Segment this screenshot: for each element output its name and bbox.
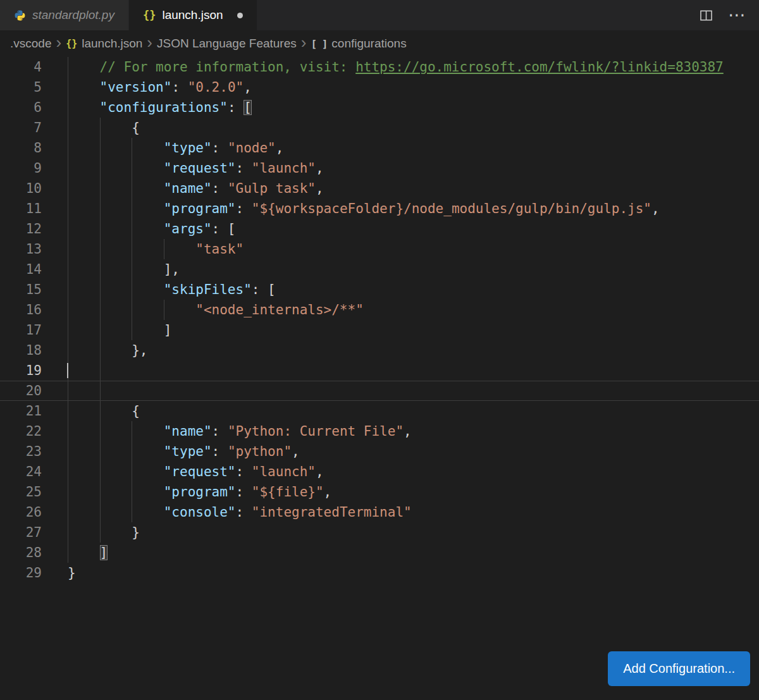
tab-standardplot-py[interactable]: standardplot.py [0, 0, 129, 30]
line-number[interactable]: 7 [0, 118, 42, 138]
indent-guide [132, 178, 132, 199]
code-line[interactable]: 22 "name": "Python: Current File", [0, 421, 759, 441]
breadcrumb-item-json-language-features[interactable]: JSON Language Features [157, 37, 297, 51]
code-token: , [651, 201, 660, 216]
code-token: "program" [164, 201, 236, 216]
indent-guide [68, 279, 68, 300]
code-line[interactable]: 8 "type": "node", [0, 138, 759, 158]
code-line[interactable]: 6 "configurations": [ [0, 97, 759, 118]
code-token: "type" [164, 140, 212, 156]
code-content [42, 381, 759, 401]
code-token: "integratedTerminal" [252, 505, 412, 520]
code-token: "request" [164, 464, 236, 479]
breadcrumb-item-label: launch.json [82, 37, 142, 51]
code-line[interactable]: 15 "skipFiles": [ [0, 279, 759, 300]
code-token: "request" [164, 161, 236, 176]
line-number[interactable]: 26 [0, 502, 42, 522]
code-line[interactable]: 10 "name": "Gulp task", [0, 178, 759, 199]
code-line[interactable]: 21 { [0, 401, 759, 421]
code-line[interactable]: 13 "task" [0, 239, 759, 259]
line-number[interactable]: 17 [0, 320, 42, 340]
line-number[interactable]: 14 [0, 259, 42, 279]
line-number[interactable]: 13 [0, 239, 42, 259]
code-line[interactable]: 7 { [0, 118, 759, 138]
indent-guide [68, 522, 68, 543]
line-number[interactable]: 23 [0, 441, 42, 462]
indent-whitespace [68, 100, 100, 115]
code-line[interactable]: 14 ], [0, 259, 759, 279]
code-token: , [404, 424, 412, 439]
indent-guide [132, 502, 132, 522]
code-content: // For more information, visit: https://… [42, 57, 759, 77]
tab-label: standardplot.py [32, 8, 114, 22]
code-line[interactable]: 28 ] [0, 543, 759, 563]
line-number[interactable]: 27 [0, 522, 42, 543]
code-line[interactable]: 5 "version": "0.2.0", [0, 77, 759, 97]
code-line[interactable]: 4 // For more information, visit: https:… [0, 57, 759, 77]
line-number[interactable]: 5 [0, 77, 42, 97]
code-content [42, 360, 759, 381]
line-number[interactable]: 18 [0, 340, 42, 360]
code-line[interactable]: 9 "request": "launch", [0, 158, 759, 178]
more-actions-icon[interactable]: ⋯ [728, 6, 746, 24]
code-line[interactable]: 16 "<node_internals>/**" [0, 300, 759, 320]
code-token: : [236, 484, 252, 500]
code-token: "version" [100, 80, 172, 95]
tab-launch-json[interactable]: {} launch.json [129, 0, 257, 30]
code-line[interactable]: 18 }, [0, 340, 759, 360]
line-number[interactable]: 19 [0, 360, 42, 381]
breadcrumb-item-configurations[interactable]: [ ] configurations [311, 37, 406, 51]
breadcrumb-item-launch-json[interactable]: {} launch.json [66, 37, 142, 51]
code-line[interactable]: 25 "program": "${file}", [0, 482, 759, 502]
code-line[interactable]: 17 ] [0, 320, 759, 340]
code-content: } [42, 563, 759, 583]
line-number[interactable]: 6 [0, 97, 42, 118]
code-line[interactable]: 23 "type": "python", [0, 441, 759, 462]
line-number[interactable]: 25 [0, 482, 42, 502]
code-token: "launch" [252, 464, 316, 479]
indent-whitespace [68, 221, 164, 236]
code-line[interactable]: 29} [0, 563, 759, 583]
indent-guide [100, 441, 101, 462]
line-number[interactable]: 4 [0, 57, 42, 77]
comment-link[interactable]: https://go.microsoft.com/fwlink/?linkid=… [355, 59, 724, 75]
modified-dot-icon[interactable] [237, 13, 243, 18]
line-number[interactable]: 8 [0, 138, 42, 158]
line-number[interactable]: 24 [0, 462, 42, 482]
indent-guide [100, 239, 101, 259]
breadcrumb-item-vscode[interactable]: .vscode [10, 37, 51, 51]
code-line[interactable]: 19 [0, 360, 759, 381]
line-number[interactable]: 9 [0, 158, 42, 178]
indent-whitespace [68, 201, 164, 216]
line-number[interactable]: 28 [0, 543, 42, 563]
split-editor-icon[interactable] [700, 9, 713, 22]
line-number[interactable]: 16 [0, 300, 42, 320]
code-line[interactable]: 26 "console": "integratedTerminal" [0, 502, 759, 522]
line-number[interactable]: 21 [0, 401, 42, 421]
indent-guide [68, 300, 68, 320]
code-token: "name" [164, 424, 212, 439]
code-token: "python" [228, 444, 292, 459]
code-line[interactable]: 12 "args": [ [0, 219, 759, 239]
code-line[interactable]: 20 [0, 381, 759, 401]
indent-guide [164, 239, 164, 259]
line-number[interactable]: 12 [0, 219, 42, 239]
indent-guide [100, 219, 101, 239]
add-configuration-button[interactable]: Add Configuration... [608, 651, 750, 686]
code-content: ] [42, 320, 759, 340]
code-line[interactable]: 11 "program": "${workspaceFolder}/node_m… [0, 199, 759, 219]
line-number[interactable]: 29 [0, 563, 42, 583]
code-line[interactable]: 24 "request": "launch", [0, 462, 759, 482]
code-content: "name": "Python: Current File", [42, 421, 759, 441]
code-line[interactable]: 27 } [0, 522, 759, 543]
line-number[interactable]: 20 [0, 381, 42, 401]
chevron-right-icon: › [301, 34, 307, 51]
breadcrumb: .vscode › {} launch.json › JSON Language… [0, 30, 759, 57]
line-number[interactable]: 15 [0, 279, 42, 300]
line-number[interactable]: 10 [0, 178, 42, 199]
indent-guide [68, 239, 68, 259]
code-content: "type": "python", [42, 441, 759, 462]
line-number[interactable]: 22 [0, 421, 42, 441]
code-token: } [68, 565, 76, 580]
line-number[interactable]: 11 [0, 199, 42, 219]
